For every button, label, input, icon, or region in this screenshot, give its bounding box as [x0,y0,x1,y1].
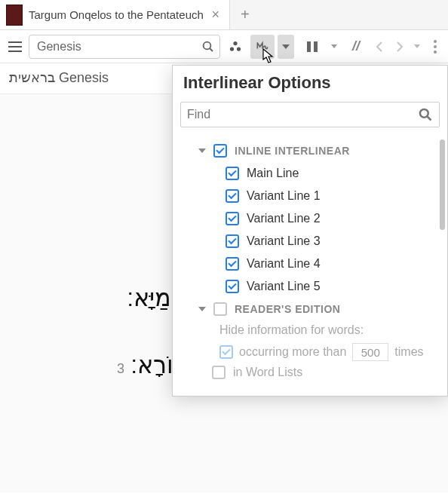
variant-1-label: Variant Line 1 [247,189,321,203]
svg-point-0 [204,41,211,49]
interlinear-options-panel: Interlinear Options Inline Interlinear M… [172,65,448,397]
find-field[interactable] [187,108,418,121]
wordlists-label: in Word Lists [233,366,302,379]
history-dropdown-icon[interactable] [410,36,424,57]
columns-dropdown-icon[interactable] [327,36,341,57]
variant-3-checkbox[interactable] [226,234,239,248]
panel-scrollbar[interactable] [440,139,445,230]
interlinear-dropdown-button[interactable] [278,35,294,59]
variant-2-checkbox[interactable] [226,212,239,225]
collapse-inline-icon[interactable] [198,149,206,153]
svg-point-7 [420,109,428,118]
add-tab-button[interactable]: + [230,0,260,29]
panel-body: Inline Interlinear Main Line Variant Lin… [173,135,447,396]
toolbar: Genesis // [0,30,448,63]
svg-point-2 [233,41,237,44]
more-menu-icon[interactable] [427,35,443,59]
interlinear-options-title: Interlinear Options [173,66,447,102]
svg-rect-5 [307,41,311,52]
occurring-checkbox[interactable] [219,345,233,359]
location-value: Genesis [37,40,201,54]
heading-latin: Genesis [59,70,109,85]
verse-mode-icon[interactable]: // [344,35,368,59]
find-input[interactable] [180,102,440,127]
variant-5-checkbox[interactable] [226,280,239,293]
inline-interlinear-header: Inline Interlinear [235,145,350,157]
variant-1-checkbox[interactable] [226,189,239,203]
collapse-readers-icon[interactable] [198,307,206,311]
inline-interlinear-checkbox[interactable] [213,144,227,158]
verse-3-number: 3 [117,356,124,381]
hide-info-label: Hide information for words: [219,323,364,337]
svg-point-3 [230,47,234,51]
tab-strip: Targum Onqelos to the Pentateuch × + [0,0,448,30]
menu-icon[interactable] [5,36,26,57]
svg-line-1 [210,48,213,51]
search-icon[interactable] [201,40,215,54]
heading-hebrew: בראשית [9,70,55,85]
back-button[interactable] [371,35,388,59]
variant-4-checkbox[interactable] [226,257,239,271]
book-cover-icon [6,5,23,26]
main-line-checkbox[interactable] [226,167,239,180]
svg-rect-6 [314,41,318,52]
readers-edition-header: Reader's Edition [235,303,340,315]
interlinear-toggle-button[interactable] [250,35,275,59]
variant-2-label: Variant Line 2 [247,212,321,225]
find-search-icon[interactable] [418,107,433,122]
occurring-pre: occurring more than [239,345,346,359]
main-line-label: Main Line [247,167,299,180]
occurring-post: times [394,345,423,359]
occurring-count-input[interactable] [352,343,388,361]
variant-4-label: Variant Line 4 [247,257,321,271]
active-tab[interactable]: Targum Onqelos to the Pentateuch × [0,0,230,29]
variant-5-label: Variant Line 5 [247,280,321,293]
close-tab-icon[interactable]: × [210,7,222,23]
svg-point-4 [237,47,241,51]
forward-button[interactable] [391,35,407,59]
tab-title: Targum Onqelos to the Pentateuch [29,8,204,21]
variant-3-label: Variant Line 3 [247,234,321,248]
svg-line-8 [428,117,431,121]
columns-icon[interactable] [300,35,324,59]
wordlists-checkbox[interactable] [212,366,226,379]
readers-edition-checkbox[interactable] [213,302,227,316]
parallel-resources-icon[interactable] [223,35,247,59]
location-input[interactable]: Genesis [29,35,220,59]
